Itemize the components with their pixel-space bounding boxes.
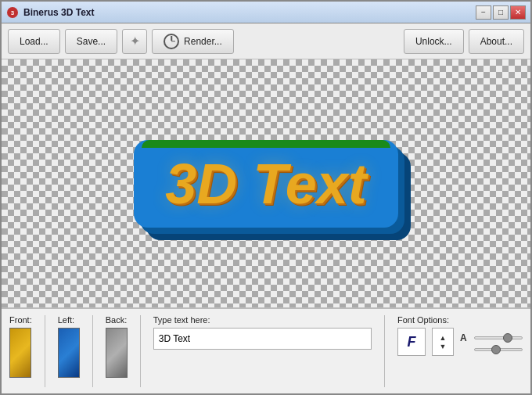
slider-a-row: A xyxy=(460,332,523,343)
back-label: Back: xyxy=(106,315,128,325)
toolbar: Load... Save... ✦ Render... Unlock... Ab… xyxy=(2,23,530,59)
arrow-up-icon: ▲ xyxy=(440,334,447,342)
font-face-button[interactable]: F xyxy=(397,328,426,356)
left-color-section: Left: xyxy=(58,315,80,387)
3d-text-background: 3D Text xyxy=(134,140,397,228)
slider-a-track[interactable] xyxy=(474,336,523,339)
svg-text:3: 3 xyxy=(11,9,15,16)
canvas-area: 3D Text xyxy=(2,59,530,307)
font-options-label: Font Options: xyxy=(397,315,523,325)
text-input-section: Type text here: xyxy=(153,315,372,387)
type-text-label: Type text here: xyxy=(153,315,372,325)
front-swatch-row xyxy=(9,328,32,378)
star-button[interactable]: ✦ xyxy=(122,29,147,54)
slider-a-thumb[interactable] xyxy=(503,333,512,343)
slider-a-label: A xyxy=(460,332,471,343)
divider-4 xyxy=(384,315,385,387)
back-color-section: Back: xyxy=(106,315,128,387)
left-label: Left: xyxy=(58,315,80,325)
maximize-button[interactable]: □ xyxy=(493,5,509,20)
3d-text-top-bar xyxy=(142,140,390,148)
font-controls-row: F ▲ ▼ A xyxy=(397,328,523,356)
divider-3 xyxy=(140,315,141,387)
left-color-swatch[interactable] xyxy=(58,328,80,378)
back-swatch-row xyxy=(106,328,128,378)
front-color-section: Front: xyxy=(9,315,32,387)
front-color-swatch[interactable] xyxy=(9,328,31,378)
back-color-swatch[interactable] xyxy=(106,328,128,378)
arrow-down-icon: ▼ xyxy=(440,343,447,350)
sliders-area: A xyxy=(460,332,523,351)
app-icon: 3 xyxy=(6,6,19,19)
bottom-panel: Front: Left: Back: Type text here: xyxy=(2,307,530,393)
close-button[interactable]: ✕ xyxy=(510,5,526,20)
save-button[interactable]: Save... xyxy=(65,29,117,54)
main-window: 3 Binerus 3D Text − □ ✕ Load... Save... … xyxy=(0,0,532,395)
title-bar: 3 Binerus 3D Text − □ ✕ xyxy=(2,2,530,23)
slider-b-thumb[interactable] xyxy=(491,345,501,354)
window-title: Binerus 3D Text xyxy=(23,7,476,18)
3d-text-container: 3D Text xyxy=(134,140,397,228)
3d-text-label: 3D Text xyxy=(165,153,366,215)
render-button[interactable]: Render... xyxy=(152,29,234,54)
slider-b-track[interactable] xyxy=(474,348,523,351)
text-input-field[interactable] xyxy=(153,328,372,350)
divider-1 xyxy=(45,315,45,387)
left-swatch-row xyxy=(58,328,80,378)
window-controls: − □ ✕ xyxy=(476,5,526,20)
font-size-arrows-button[interactable]: ▲ ▼ xyxy=(432,328,454,356)
minimize-button[interactable]: − xyxy=(476,5,491,20)
font-options-section: Font Options: F ▲ ▼ A xyxy=(397,315,523,387)
load-button[interactable]: Load... xyxy=(8,29,60,54)
unlock-button[interactable]: Unlock... xyxy=(404,29,464,54)
divider-2 xyxy=(92,315,93,387)
about-button[interactable]: About... xyxy=(469,29,524,54)
slider-b-row xyxy=(460,348,523,351)
clock-icon xyxy=(164,34,179,49)
front-label: Front: xyxy=(9,315,32,325)
